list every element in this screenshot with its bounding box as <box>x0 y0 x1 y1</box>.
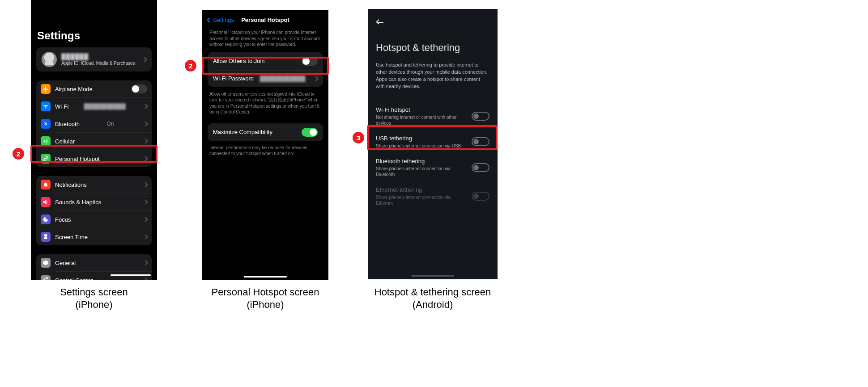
link-icon <box>41 154 51 164</box>
apple-id-row[interactable]: ██████ Apple ID, iCloud, Media & Purchas… <box>36 47 152 72</box>
sounds-row[interactable]: Sounds & Haptics <box>36 194 152 210</box>
allow-others-row[interactable]: Allow Others to Join <box>208 52 323 70</box>
bluetooth-tethering-row[interactable]: Bluetooth tethering Share phone's intern… <box>376 153 489 182</box>
eth-tethering-toggle <box>472 192 489 201</box>
sounds-group: Notifications Sounds & Haptics F <box>36 176 152 245</box>
control-center-label: Control Center <box>55 277 93 280</box>
wifi-hotspot-sub: Not sharing internet or content with oth… <box>376 114 465 126</box>
caption-settings-iphone: Settings screen(iPhone) <box>31 286 157 311</box>
bluetooth-row[interactable]: Bluetooth On <box>36 115 152 132</box>
wifi-hotspot-heading: Wi-Fi hotspot <box>376 106 465 113</box>
general-row[interactable]: General <box>36 254 152 271</box>
airplane-icon <box>41 84 51 94</box>
chevron-right-icon <box>143 121 148 126</box>
usb-tethering-heading: USB tethering <box>376 135 461 142</box>
chevron-right-icon <box>143 199 148 204</box>
cellular-row[interactable]: Cellular <box>36 133 152 150</box>
nav-title: Personal Hotspot <box>208 17 323 23</box>
cellular-label: Cellular <box>55 138 75 145</box>
sounds-label: Sounds & Haptics <box>55 199 101 206</box>
wifi-label: Wi-Fi <box>55 103 68 110</box>
wifi-icon <box>41 101 51 111</box>
airplane-mode-row[interactable]: Airplane Mode <box>36 80 152 97</box>
focus-row[interactable]: Focus <box>36 211 152 228</box>
screentime-row[interactable]: Screen Time <box>36 228 152 245</box>
hotspot-blurb-3: Internet performance may be reduced for … <box>209 145 321 157</box>
wifi-password-value-blurred: ████████████ <box>260 76 305 82</box>
step-badge-2-middle: 2 <box>185 60 196 72</box>
step-badge-2-left: 2 <box>13 148 24 160</box>
allow-others-label: Allow Others to Join <box>213 58 265 64</box>
chevron-right-icon <box>143 217 148 222</box>
svg-point-0 <box>43 140 45 142</box>
back-button[interactable] <box>376 18 385 27</box>
profile-name-blurred: ██████ <box>61 53 135 60</box>
focus-label: Focus <box>55 216 71 223</box>
allow-others-toggle[interactable] <box>302 57 318 66</box>
wifi-value-blurred: ███████████ <box>84 103 126 109</box>
notifications-row[interactable]: Notifications <box>36 176 152 193</box>
control-center-icon <box>41 275 51 280</box>
cellular-icon <box>41 136 51 146</box>
bluetooth-value: On <box>106 121 114 127</box>
bluetooth-icon <box>41 119 51 129</box>
airplane-label: Airplane Mode <box>55 86 93 93</box>
hotspot-blurb-1: Personal Hotspot on your iPhone can prov… <box>209 29 321 48</box>
home-indicator <box>244 276 287 278</box>
eth-tethering-sub: Share phone's internet connection via Et… <box>376 194 465 206</box>
iphone-settings-screen: Settings ██████ Apple ID, iCloud, Media … <box>31 0 157 280</box>
usb-tethering-row[interactable]: USB tethering Share phone's internet con… <box>376 130 489 153</box>
wifi-password-row[interactable]: Wi-Fi Password ████████████ <box>208 71 323 87</box>
android-hotspot-screen: Hotspot & tethering Use hotspot and teth… <box>368 9 498 279</box>
iphone-hotspot-screen: Settings Personal Hotspot Personal Hotsp… <box>202 10 328 280</box>
bt-tethering-heading: Bluetooth tethering <box>376 158 465 164</box>
hotspot-label: Personal Hotspot <box>55 156 100 162</box>
caption-tethering-android: Hotspot & tethering screen(Android) <box>368 286 498 311</box>
notifications-icon <box>41 180 51 189</box>
chevron-right-icon <box>143 260 148 265</box>
wifi-password-label: Wi-Fi Password <box>213 75 254 82</box>
notifications-label: Notifications <box>55 181 87 188</box>
screen-title: Hotspot & tethering <box>376 42 489 54</box>
sounds-icon <box>41 197 51 207</box>
bt-tethering-toggle[interactable] <box>472 163 489 172</box>
hotspot-blurb-2: Allow other users or devices not signed … <box>209 91 321 115</box>
chevron-right-icon <box>143 234 148 239</box>
eth-tethering-heading: Ethernet tethering <box>376 186 465 193</box>
wifi-hotspot-toggle[interactable] <box>472 112 489 121</box>
personal-hotspot-row[interactable]: Personal Hotspot <box>36 150 152 167</box>
caption-hotspot-iphone: Personal Hotspot screen(iPhone) <box>202 286 328 311</box>
chevron-right-icon <box>143 139 148 143</box>
screentime-label: Screen Time <box>55 234 88 240</box>
profile-subtitle: Apple ID, iCloud, Media & Purchases <box>61 61 135 66</box>
focus-icon <box>41 215 51 224</box>
nav-pill <box>411 275 454 277</box>
gear-icon <box>41 258 51 268</box>
airplane-toggle[interactable] <box>131 84 147 93</box>
usb-tethering-toggle[interactable] <box>472 137 489 146</box>
settings-title: Settings <box>37 29 152 42</box>
avatar-icon <box>42 52 57 67</box>
bt-tethering-sub: Share phone's internet connection via Bl… <box>376 166 465 177</box>
chevron-right-icon <box>142 57 147 62</box>
chevron-right-icon <box>313 76 318 81</box>
step-badge-3-right: 3 <box>353 132 364 143</box>
chevron-right-icon <box>143 278 148 280</box>
maxcompat-toggle[interactable] <box>302 128 318 137</box>
chevron-right-icon <box>143 182 148 187</box>
wifi-hotspot-row[interactable]: Wi-Fi hotspot Not sharing internet or co… <box>376 102 489 130</box>
general-label: General <box>55 260 76 266</box>
network-group: Airplane Mode Wi-Fi ███████████ <box>36 80 152 167</box>
wifi-row[interactable]: Wi-Fi ███████████ <box>36 98 152 115</box>
ethernet-tethering-row: Ethernet tethering Share phone's interne… <box>376 182 489 210</box>
maxcompat-label: Maximize Compatibility <box>213 129 272 135</box>
maximize-compatibility-row[interactable]: Maximize Compatibility <box>208 123 323 141</box>
screen-description: Use hotspot and tethering to provide int… <box>376 62 488 90</box>
scroll-indicator <box>111 274 151 276</box>
chevron-right-icon <box>143 156 148 161</box>
screentime-icon <box>41 232 51 242</box>
chevron-right-icon <box>143 104 148 109</box>
bluetooth-label: Bluetooth <box>55 121 80 127</box>
usb-tethering-sub: Share phone's internet connection via US… <box>376 143 461 149</box>
